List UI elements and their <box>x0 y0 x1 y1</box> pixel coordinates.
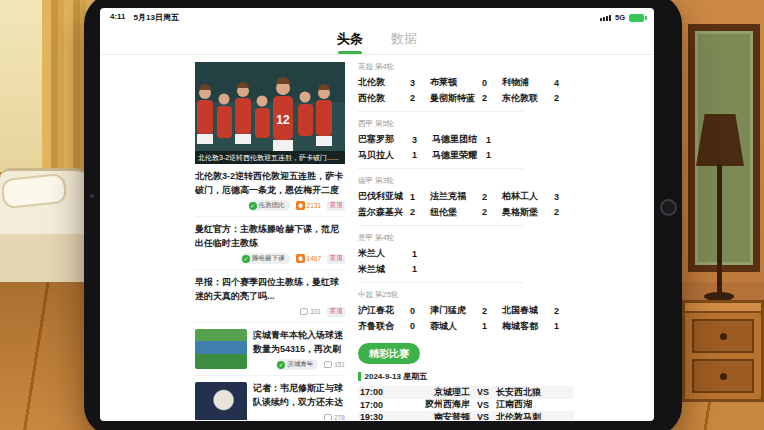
tab-headlines[interactable]: 头条 <box>337 30 363 48</box>
news-item[interactable]: 早报：四个赛季四位主教练，曼红球迷的天真的亮了吗... 331 置顶 <box>195 270 345 323</box>
tag-check-icon: ✓ <box>277 361 285 369</box>
pinned-badge: 置顶 <box>327 307 345 317</box>
match-result[interactable]: 米兰人1 米兰城1 <box>358 246 430 277</box>
flame-icon <box>296 254 305 263</box>
hero-article[interactable]: 12 北伦敦3-2逆转西伦敦迎五连胜，萨卡破门...... <box>195 62 345 164</box>
network-label: 5G <box>615 13 625 22</box>
match-result[interactable]: 柏林工人3 奥格斯堡2 <box>502 189 572 220</box>
topic-tag[interactable]: ✓ 滨城青年 <box>276 359 318 370</box>
league-section: 英超 第4轮 北伦敦3 西伦敦2 布莱顿0 曼彻斯特蓝2 利物浦4 东伦敦联2 <box>358 62 574 112</box>
flame-icon <box>296 201 305 210</box>
lamp-stem <box>717 164 722 296</box>
pinned-badge: 置顶 <box>327 254 345 264</box>
tag-check-icon: ✓ <box>249 202 257 210</box>
drawer <box>692 319 754 353</box>
news-thumbnail <box>195 329 247 369</box>
comment-count: 1467 <box>307 255 321 262</box>
league-title: 意甲 第4轮 <box>358 233 574 243</box>
battery-icon <box>629 14 644 22</box>
match-result[interactable]: 津门猛虎2 蓉城人1 <box>430 303 500 334</box>
hero-image: 12 <box>195 62 345 164</box>
tab-bar: 头条 数据 <box>100 24 654 55</box>
fixture-row[interactable]: 17:00 京城理工 VS 长安西北狼 <box>358 386 574 399</box>
comment-count: 151 <box>334 361 345 368</box>
league-title: 德甲 第3轮 <box>358 176 574 186</box>
comment-icon <box>300 308 308 315</box>
league-section: 意甲 第4轮 米兰人1 米兰城1 <box>358 233 574 283</box>
tag-check-icon: ✓ <box>242 255 250 263</box>
svg-text:12: 12 <box>276 113 290 127</box>
news-thumbnail <box>195 382 247 420</box>
topic-tag[interactable]: ✓ 滕哈赫下课 <box>241 253 290 264</box>
match-result[interactable]: 北国春城2 梅城客都1 <box>502 303 572 334</box>
comment-count: 2131 <box>307 202 321 209</box>
date: 5月13日周五 <box>134 12 179 23</box>
match-result[interactable]: 法兰克福2 纽伦堡2 <box>430 189 500 220</box>
comment-icon <box>324 361 332 368</box>
comment-count: 331 <box>310 308 321 315</box>
date-marker-icon <box>358 372 361 381</box>
fixture-row[interactable]: 17:00 胶州西海岸 VS 江南西湖 <box>358 399 574 412</box>
fixture-list: 17:00 京城理工 VS 长安西北狼 17:00 胶州西海岸 VS 江南西湖 … <box>358 386 574 420</box>
drawer <box>692 359 754 393</box>
hero-caption: 北伦敦3-2逆转西伦敦迎五连胜，萨卡破门...... <box>195 151 345 164</box>
topic-tag[interactable]: ✓ 伦敦德比 <box>248 200 290 211</box>
match-result[interactable]: 布莱顿0 曼彻斯特蓝2 <box>430 75 500 106</box>
front-camera <box>90 194 94 198</box>
league-title: 英超 第4轮 <box>358 62 574 72</box>
fixture-date: 2024-9-13 星期五 <box>358 371 574 382</box>
league-section: 中超 第25轮 沪江春花0 齐鲁联合0 津门猛虎2 蓉城人1 北国春城2 梅城客 <box>358 290 574 334</box>
home-button[interactable] <box>660 199 677 216</box>
match-result[interactable]: 沪江春花0 齐鲁联合0 <box>358 303 428 334</box>
league-section: 西甲 第5轮 巴塞罗那3 马贝拉人1 马德里团结1 马德里荣耀1 <box>358 119 574 169</box>
tablet-device: 4:11 5月13日周五 5G 头条 数据 <box>84 0 682 430</box>
main-content: 12 北伦敦3-2逆转西伦敦迎五连胜，萨卡破门...... 北伦敦3-2逆转西伦… <box>100 55 654 420</box>
clock: 4:11 <box>110 12 126 23</box>
league-title: 西甲 第5轮 <box>358 119 574 129</box>
active-tab-underline <box>338 51 362 55</box>
match-result[interactable]: 马德里团结1 马德里荣耀1 <box>432 132 504 163</box>
news-item[interactable]: 滨城青年本轮入场球迷数量为54315，再次刷新记录 ✓ 滨城青年 151 <box>195 323 345 376</box>
scores-panel: 英超 第4轮 北伦敦3 西伦敦2 布莱顿0 曼彻斯特蓝2 利物浦4 东伦敦联2 <box>358 62 574 420</box>
fixture-row[interactable]: 19:30 南安普顿 VS 北伦敦马刺 <box>358 411 574 420</box>
app-screen: 4:11 5月13日周五 5G 头条 数据 <box>100 8 654 421</box>
status-bar: 4:11 5月13日周五 5G <box>100 8 654 24</box>
news-feed: 12 北伦敦3-2逆转西伦敦迎五连胜，萨卡破门...... 北伦敦3-2逆转西伦… <box>195 62 345 420</box>
news-item[interactable]: 曼红官方：主教练滕哈赫下课，范尼出任临时主教练 ✓ 滕哈赫下课 1467 置顶 <box>195 217 345 270</box>
comment-count: 278 <box>334 414 345 420</box>
match-result[interactable]: 利物浦4 东伦敦联2 <box>502 75 572 106</box>
league-title: 中超 第25轮 <box>358 290 574 300</box>
match-result[interactable]: 北伦敦3 西伦敦2 <box>358 75 428 106</box>
tab-data[interactable]: 数据 <box>391 30 417 48</box>
match-result[interactable]: 巴伐利亚城1 盖尔森基兴2 <box>358 189 428 220</box>
pinned-badge: 置顶 <box>327 201 345 211</box>
news-item[interactable]: 北伦敦3-2逆转西伦敦迎五连胜，萨卡破门，厄德高一条龙，恩佐梅开二度 ✓ 伦敦德… <box>195 164 345 217</box>
featured-matches-button[interactable]: 精彩比赛 <box>358 343 420 364</box>
nightstand <box>682 300 764 402</box>
news-item[interactable]: 记者：韦尼修斯正与球队谈续约，双方还未达成一致 278 <box>195 376 345 420</box>
comment-icon <box>324 414 332 420</box>
league-section: 德甲 第3轮 巴伐利亚城1 盖尔森基兴2 法兰克福2 纽伦堡2 柏林工人3 奥格 <box>358 176 574 226</box>
match-result[interactable]: 巴塞罗那3 马贝拉人1 <box>358 132 430 163</box>
signal-icon <box>600 15 611 21</box>
